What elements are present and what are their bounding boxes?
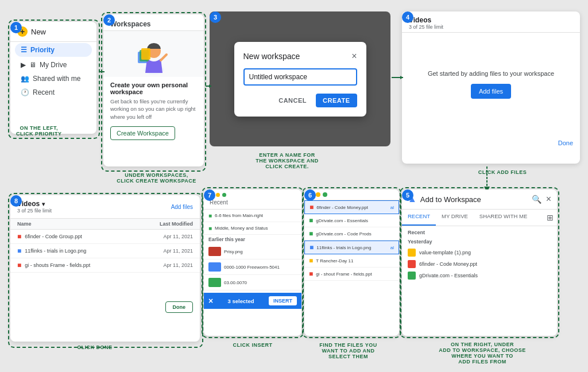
file-icon: ■ (309, 230, 313, 238)
file-icon-yellow (408, 249, 416, 257)
file-icon: ■ (208, 212, 212, 219)
grid-view-icon[interactable]: ⊞ (543, 210, 557, 226)
file-icon: ■ (309, 257, 313, 265)
file-icon: ■ (208, 225, 212, 231)
add-to-workspace-header: ▲ Add to Workspace 🔍 × (402, 189, 557, 210)
step6-file-3[interactable]: ■ gDrivate.com - Code Prods (304, 227, 399, 241)
file-icon: ■ (310, 203, 314, 211)
folder-icon: ▶ (21, 61, 26, 69)
step5-panel: ▲ Add to Workspace 🔍 × RECENT MY DRIVE S… (402, 189, 557, 336)
recent-item[interactable]: 🕐 Recent (10, 86, 96, 99)
add-files-button[interactable]: Add files (471, 84, 511, 99)
file-count: 3 of 25 file limit (409, 24, 443, 30)
file-date: Apr 11, 2021 (141, 262, 193, 268)
dropdown-icon: ▾ (42, 201, 45, 207)
step7-header: Recent (204, 189, 301, 210)
step6-number: 6 (304, 189, 316, 201)
step3-number: 3 (210, 11, 221, 23)
svg-marker-13 (400, 76, 403, 79)
close-selection-icon[interactable]: × (208, 296, 213, 305)
step7-number: 7 (204, 189, 215, 201)
earlier-this-year-label: Earlier this year (204, 235, 301, 244)
create-workspace-button[interactable]: Create Workspace (110, 126, 175, 140)
workspace-file-row-3[interactable]: ■ gi - shouts Frame - fields.ppt Apr 11,… (10, 258, 200, 273)
workspace-desc: Get back to files you're currently worki… (110, 98, 197, 121)
step7-file-3[interactable]: Prisy.png (204, 244, 301, 259)
tab-shared-with-me[interactable]: SHARED WITH ME (474, 210, 533, 226)
step4-label: CLICK ADD FILES (459, 169, 546, 175)
file-badge: al (390, 205, 394, 210)
file-date: Apr 11, 2021 (141, 248, 193, 254)
create-button[interactable]: CREATE (316, 94, 357, 107)
file-icon-green (408, 272, 416, 280)
file-name: Middle, Money and Status (215, 226, 297, 231)
step6-header (304, 189, 399, 200)
step1-number: 1 (10, 22, 22, 33)
modal-title: New workspace (243, 52, 300, 61)
done-button[interactable]: Done (165, 301, 194, 313)
svg-rect-6 (141, 48, 150, 60)
step7-file-5[interactable]: 03.00.0070 (204, 275, 301, 290)
tab-my-drive[interactable]: MY DRIVE (436, 210, 474, 226)
file-icon: ■ (17, 232, 21, 241)
svg-line-2 (161, 55, 167, 60)
done-link[interactable]: Done (402, 136, 580, 150)
step6-file-6[interactable]: ■ gi - shout Frame - fields.ppt (304, 268, 399, 281)
step4-panel: Videos 3 of 25 file limit Get started by… (402, 11, 580, 164)
add-files-message: Get started by adding files to your work… (428, 70, 554, 77)
workspace-file-row-1[interactable]: ■ 6finder - Code Group.ppt Apr 11, 2021 (10, 230, 200, 244)
panel-title: Videos (409, 16, 443, 24)
step6-panel: ■ 6finder - Code Money.ppt al ■ gDrivate… (304, 189, 399, 336)
close-icon[interactable]: × (351, 51, 357, 61)
step8-header: Videos ▾ 3 of 25 file limit Add files (10, 195, 200, 219)
workspace-illustration (103, 31, 204, 77)
step7-panel: Recent ■ 6-6 files from Main-right ■ Mid… (204, 189, 301, 336)
aws-file-row-1[interactable]: value-template (1).png (408, 247, 551, 258)
cancel-button[interactable]: CANCEL (274, 94, 311, 107)
mydrive-item[interactable]: ▶ 🖥 My Drive (10, 58, 96, 72)
step7-file-2[interactable]: ■ Middle, Money and Status (204, 222, 301, 235)
recent-section-label: Recent (408, 230, 551, 235)
step5-label: ON THE RIGHT, UNDER ADD TO WORKSPACE, CH… (399, 342, 566, 365)
step7-file-1[interactable]: ■ 6-6 files from Main-right (204, 210, 301, 222)
column-headers: Name Last Modified (10, 219, 200, 230)
file-icon: ■ (309, 270, 313, 278)
step7-file-4[interactable]: 0000-1000 Freeworm-5041 (204, 259, 301, 275)
step6-file-4[interactable]: ■ 11flinks - trials in Logo.png al (304, 241, 399, 254)
search-icon[interactable]: 🔍 (532, 195, 541, 204)
file-icon: ■ (17, 261, 21, 269)
step7-label: CLICK INSERT (215, 342, 290, 348)
step8-label: CLICK DONE (57, 344, 132, 350)
aws-file-row-2[interactable]: 6finder - Code Money.ppt (408, 258, 551, 270)
workspace-body: Create your own personal workspace Get b… (103, 77, 204, 145)
aws-file-row-3[interactable]: gDrivate.com - Essentials (408, 270, 551, 281)
workspaces-header: Workspaces (103, 14, 204, 31)
file-name: 6finder - Code Group.ppt (25, 234, 138, 239)
shared-item[interactable]: 👥 Shared with me (10, 72, 96, 86)
file-name: gDrivate.com - Essentials (316, 218, 394, 223)
new-button[interactable]: + New (10, 22, 96, 41)
step6-file-2[interactable]: ■ gDrivate.com - Essentials (304, 214, 399, 227)
insert-button[interactable]: INSERT (269, 296, 297, 305)
workspace-file-row-2[interactable]: ■ 11flinks - trials in Logo.png Apr 11, … (10, 244, 200, 258)
file-icon-red (408, 260, 416, 268)
workspace-name-input[interactable] (243, 68, 357, 86)
arrow-2-to-3 (206, 83, 212, 89)
file-limit: 3 of 25 file limit (17, 208, 52, 214)
tab-recent[interactable]: RECENT (402, 210, 436, 226)
step1-panel: + New ☰ Priority ▶ 🖥 My Drive 👥 Shared w… (10, 22, 96, 134)
file-name: gDrivate.com - Code Prods (316, 231, 394, 237)
close-icon[interactable]: × (546, 194, 551, 204)
priority-item[interactable]: ☰ Priority (15, 43, 92, 57)
step2-label: UNDER WORKSPACES, CLICK CREATE WORKSPACE (106, 172, 207, 184)
new-workspace-modal: New workspace × CANCEL CREATE (234, 42, 366, 117)
file-name: gi - shouts Frame - fields.ppt (25, 262, 138, 268)
step6-label: FIND THE FILES YOU WANT TO ADD AND SELEC… (301, 342, 396, 359)
add-files-link[interactable]: Add files (171, 204, 193, 210)
file-name: 11flinks - trials in Logo.png (316, 245, 388, 250)
arrow-3-to-4 (392, 75, 404, 80)
aws-file-list: Recent Yesterday value-template (1).png … (402, 226, 557, 285)
step6-file-5[interactable]: ■ T Rancher-Day 11 (304, 254, 399, 268)
file-name: 6finder - Code Money.ppt (316, 205, 388, 210)
step6-file-1[interactable]: ■ 6finder - Code Money.ppt al (304, 200, 399, 214)
